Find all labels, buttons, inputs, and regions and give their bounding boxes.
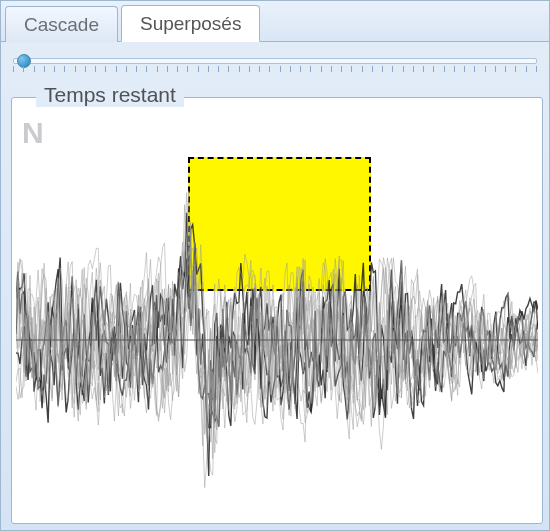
waveform-plot <box>16 112 538 519</box>
tab-superposes[interactable]: Superposés <box>121 5 260 42</box>
tabstrip: Cascade Superposés <box>1 1 549 42</box>
groupbox-temps-restant: Temps restant N <box>11 97 543 524</box>
app-window: Cascade Superposés Temps restant N <box>0 0 550 531</box>
slider-row <box>1 42 549 76</box>
corner-label-n: N <box>22 116 45 150</box>
slider-track <box>13 58 537 64</box>
groupbox-title: Temps restant <box>36 83 184 107</box>
tab-cascade[interactable]: Cascade <box>5 6 118 42</box>
slider-ticks <box>13 66 537 74</box>
time-slider[interactable] <box>13 52 537 74</box>
plot-area[interactable]: N <box>16 112 538 519</box>
